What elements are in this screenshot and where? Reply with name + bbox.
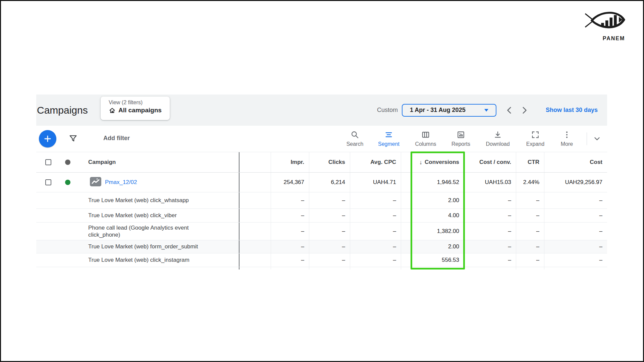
cell-ctr: – bbox=[516, 209, 544, 222]
view-filters-label: View (2 filters) bbox=[109, 100, 165, 106]
download-icon bbox=[493, 130, 502, 139]
search-icon bbox=[351, 130, 359, 139]
cell-conversions: 2.00 bbox=[412, 240, 464, 253]
cell-blank bbox=[239, 192, 271, 208]
header-conversions[interactable]: ↓ Conversions bbox=[412, 152, 464, 172]
cell-conversions: 1,382.00 bbox=[412, 223, 464, 240]
status-enabled-icon[interactable] bbox=[65, 180, 70, 185]
cell-ctr: – bbox=[516, 240, 544, 253]
page-title: Campaigns bbox=[37, 105, 88, 116]
cell-cost-per-conv: UAH15.03 bbox=[464, 173, 516, 192]
select-all-checkbox[interactable] bbox=[45, 159, 51, 165]
cell-cost: – bbox=[544, 223, 607, 240]
row-checkbox[interactable] bbox=[45, 179, 51, 185]
header-cost-per-conv[interactable]: Cost / conv. bbox=[464, 152, 516, 172]
cell-avg-cpc: – bbox=[350, 192, 401, 208]
date-range-value: 1 Apr - 31 Aug 2025 bbox=[410, 107, 466, 114]
previous-period-chevron-icon[interactable] bbox=[505, 106, 514, 115]
cell-blank bbox=[239, 173, 271, 192]
cell-cost: UAH29,256.97 bbox=[544, 173, 607, 192]
cell-ctr: – bbox=[516, 253, 544, 267]
table-stub-row bbox=[36, 267, 607, 269]
cell-blank-narrow bbox=[401, 240, 412, 253]
cell-conversions: 2.00 bbox=[412, 192, 464, 208]
cell-blank-narrow bbox=[401, 209, 412, 222]
header-ctr[interactable]: CTR bbox=[516, 152, 544, 172]
cell-impr: – bbox=[271, 240, 309, 253]
reports-button[interactable]: Reports bbox=[444, 130, 478, 147]
header-avg-cpc[interactable]: Avg. CPC bbox=[350, 152, 401, 172]
expand-label: Expand bbox=[526, 141, 544, 147]
header-campaign: Campaign bbox=[88, 159, 116, 166]
cell-blank bbox=[239, 240, 271, 253]
campaigns-table: Campaign Impr. Clicks Avg. CPC ↓ Convers… bbox=[36, 152, 607, 269]
cell-avg-cpc: UAH4.71 bbox=[350, 173, 401, 192]
more-button[interactable]: More bbox=[553, 130, 581, 147]
cell-cost: – bbox=[544, 253, 607, 267]
cell-blank-narrow bbox=[401, 253, 412, 267]
cell-blank bbox=[239, 253, 271, 267]
header-cost[interactable]: Cost bbox=[544, 152, 607, 172]
chevron-down-icon bbox=[593, 134, 601, 143]
cell-cost-per-conv: – bbox=[464, 223, 516, 240]
cell-clicks: – bbox=[309, 253, 350, 267]
cell-avg-cpc: – bbox=[350, 209, 401, 222]
sort-descending-icon: ↓ bbox=[419, 159, 422, 166]
cell-cost: – bbox=[544, 240, 607, 253]
expand-button[interactable]: Expand bbox=[518, 130, 553, 147]
search-label: Search bbox=[346, 141, 364, 147]
add-filter-button[interactable]: Add filter bbox=[103, 135, 130, 142]
expand-icon bbox=[531, 130, 540, 139]
table-row-campaign: Pmax_12/02 254,367 6,214 UAH4.71 1,946.5… bbox=[36, 173, 607, 192]
segment-label: Phone call lead (Google Analytics event … bbox=[36, 223, 239, 240]
cell-cost-per-conv: – bbox=[464, 240, 516, 253]
status-filter-icon[interactable] bbox=[65, 160, 70, 165]
segment-label: True Love Market (web) click_instagram bbox=[36, 253, 239, 267]
segment-rows: True Love Market (web) click_whatsapp–––… bbox=[36, 192, 607, 267]
table-row-segment: True Love Market (web) click_instagram––… bbox=[36, 253, 607, 267]
brand-name: PANEM bbox=[581, 36, 631, 42]
header-impr[interactable]: Impr. bbox=[271, 152, 309, 172]
campaign-name-link[interactable]: Pmax_12/02 bbox=[105, 179, 137, 186]
table-header-row: Campaign Impr. Clicks Avg. CPC ↓ Convers… bbox=[36, 152, 607, 173]
filter-funnel-icon[interactable] bbox=[68, 134, 78, 143]
panem-logo: PANEM bbox=[581, 9, 631, 42]
cell-cost-per-conv: – bbox=[464, 192, 516, 208]
cell-avg-cpc: – bbox=[350, 253, 401, 267]
view-selector-card[interactable]: View (2 filters) All campaigns bbox=[101, 97, 170, 120]
fish-chart-icon bbox=[585, 9, 628, 34]
cell-ctr: – bbox=[516, 223, 544, 240]
show-last-30-days-link[interactable]: Show last 30 days bbox=[546, 107, 598, 114]
search-button[interactable]: Search bbox=[340, 130, 370, 147]
cell-conversions: 556.53 bbox=[412, 253, 464, 267]
date-mode-label: Custom bbox=[377, 107, 398, 114]
header-blank-narrow-cell bbox=[401, 152, 412, 172]
cell-clicks: 6,214 bbox=[309, 173, 350, 192]
caret-down-icon bbox=[484, 108, 489, 112]
cell-impr: – bbox=[271, 223, 309, 240]
next-period-chevron-icon[interactable] bbox=[520, 106, 529, 115]
segment-icon bbox=[384, 130, 393, 139]
columns-button[interactable]: Columns bbox=[408, 130, 444, 147]
cell-blank bbox=[239, 223, 271, 240]
toolbar-actions: Search Segment Columns Reports bbox=[340, 126, 607, 152]
date-range-picker[interactable]: 1 Apr - 31 Aug 2025 bbox=[402, 104, 496, 117]
cell-impr: – bbox=[271, 192, 309, 208]
add-campaign-button[interactable] bbox=[39, 130, 56, 147]
date-controls: Custom 1 Apr - 31 Aug 2025 Show last 30 … bbox=[377, 95, 598, 126]
cell-conversions: 4.00 bbox=[412, 209, 464, 222]
cell-avg-cpc: – bbox=[350, 240, 401, 253]
more-vertical-icon bbox=[562, 130, 571, 139]
cell-clicks: – bbox=[309, 240, 350, 253]
segment-button[interactable]: Segment bbox=[370, 130, 408, 147]
more-label: More bbox=[561, 141, 573, 147]
header-clicks[interactable]: Clicks bbox=[309, 152, 350, 172]
collapse-toolbar-button[interactable] bbox=[587, 134, 607, 143]
cell-blank bbox=[239, 209, 271, 222]
plus-icon bbox=[43, 134, 52, 143]
table-row-segment: Phone call lead (Google Analytics event … bbox=[36, 223, 607, 240]
header-band: Campaigns View (2 filters) All campaigns… bbox=[36, 95, 607, 126]
segment-label: True Love Market (web) form_order_submit bbox=[36, 240, 239, 253]
download-button[interactable]: Download bbox=[478, 130, 518, 147]
cell-cost-per-conv: – bbox=[464, 209, 516, 222]
